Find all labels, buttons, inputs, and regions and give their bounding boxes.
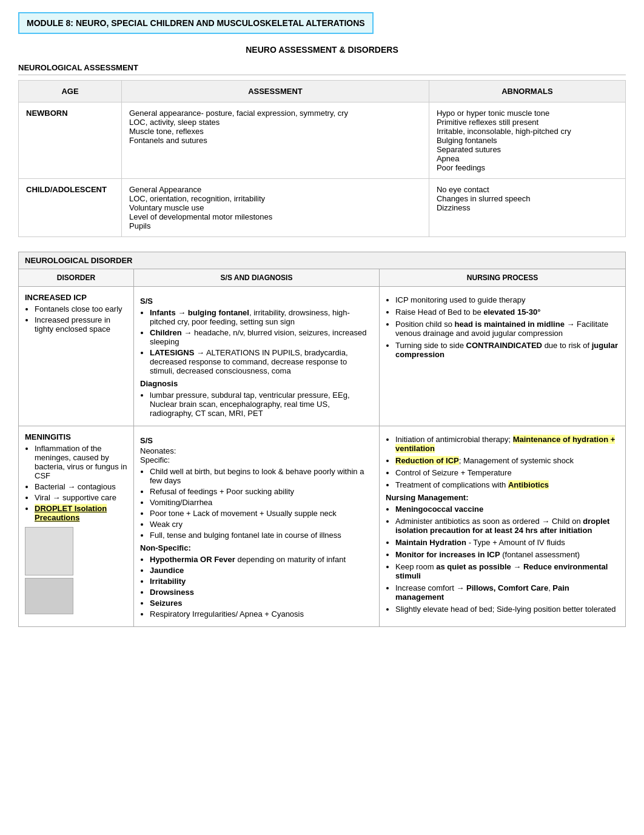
icp-nursing-bullets: ICP monitoring used to guide therapy Rai… <box>395 295 619 359</box>
list-item: Hypothermia OR Fever depending on maturi… <box>150 555 373 564</box>
list-item: Fontanels close too early <box>35 304 127 314</box>
section-title: NEURO ASSESSMENT & DISORDERS <box>18 45 626 55</box>
icp-nursing-cell: ICP monitoring used to guide therapy Rai… <box>380 287 625 426</box>
disorder-row-icp: INCREASED ICP Fontanels close too early … <box>19 287 625 426</box>
list-item: ICP monitoring used to guide therapy <box>395 295 619 304</box>
age-child: CHILD/ADOLESCENT <box>19 179 122 237</box>
list-item: lumbar pressure, subdural tap, ventricul… <box>150 391 373 418</box>
col-abnormals: ABNORMALS <box>429 81 625 102</box>
icp-ss-label: S/S <box>140 297 373 306</box>
module-title: MODULE 8: NEURO, SPECIAL CHILDREN AND MU… <box>18 12 374 34</box>
list-item: Children → headache, n/v, blurred vision… <box>150 328 373 346</box>
list-item: Drowsiness <box>150 588 373 597</box>
neuro-assessment-title: NEUROLOGICAL ASSESSMENT <box>18 63 626 75</box>
icp-left-bullets: Fontanels close too early Increased pres… <box>35 304 127 334</box>
age-newborn: NEWBORN <box>19 102 122 179</box>
list-item: LATESIGNS → ALTERATIONS IN PUPILS, brady… <box>150 348 373 375</box>
list-item: Refusal of feedings + Poor sucking abili… <box>150 487 373 496</box>
list-item: Full, tense and bulging fontanel late in… <box>150 531 373 540</box>
abnormals-newborn: Hypo or hyper tonic muscle tone Primitiv… <box>429 102 625 179</box>
list-item: Child well at birth, but begins to look … <box>150 467 373 485</box>
list-item: Viral → supportive care <box>35 493 127 502</box>
meningitis-nonspecific-bullets: Hypothermia OR Fever depending on maturi… <box>150 555 373 619</box>
col-age: AGE <box>19 81 122 102</box>
icp-ss-bullets: Infants → bulging fontanel, irritability… <box>150 308 373 375</box>
table-row: CHILD/ADOLESCENT General Appearance LOC,… <box>19 179 626 237</box>
list-item: Poor tone + Lack of movement + Usually s… <box>150 509 373 518</box>
meningitis-ss-label: S/S <box>140 436 373 445</box>
list-item: Respiratory Irregularities/ Apnea + Cyan… <box>150 609 373 619</box>
list-item: Infants → bulging fontanel, irritability… <box>150 308 373 326</box>
col-assessment: ASSESSMENT <box>122 81 429 102</box>
icp-diagnosis-label: Diagnosis <box>140 379 373 388</box>
icp-name: INCREASED ICP <box>25 293 127 302</box>
module-title-container: MODULE 8: NEURO, SPECIAL CHILDREN AND MU… <box>18 12 626 45</box>
nursing-mgmt-label: Nursing Management: <box>386 493 619 502</box>
disorder-row-meningitis: MENINGITIS Inflammation of the meninges,… <box>19 426 625 626</box>
list-item: Treatment of complications with Antibiot… <box>395 480 619 489</box>
assessment-newborn: General appearance- posture, facial expr… <box>122 102 429 179</box>
list-item: Increased pressure in tighty enclosed sp… <box>35 315 127 334</box>
list-item: Control of Seizure + Temperature <box>395 468 619 477</box>
list-item: Irritability <box>150 577 373 586</box>
list-item: Administer antibiotics as soon as ordere… <box>395 517 619 535</box>
col-disorder: DISORDER <box>19 269 134 286</box>
list-item: Slightly elevate head of bed; Side-lying… <box>395 605 619 614</box>
list-item: Raise Head of Bed to be elevated 15-30° <box>395 307 619 317</box>
meningitis-nursing-cell: Initiation of antimicrobial therapy; Mai… <box>380 426 625 626</box>
list-item: Inflammation of the meninges, caused by … <box>35 444 127 480</box>
list-item: Maintain Hydration - Type + Amount of IV… <box>395 538 619 547</box>
list-item: Reduction of ICP; Management of systemic… <box>395 456 619 465</box>
list-item: Meningococcal vaccine <box>395 505 619 514</box>
list-item: Seizures <box>150 599 373 608</box>
meningitis-image-placeholder2 <box>25 578 73 614</box>
meningitis-mgmt-bullets: Meningococcal vaccine Administer antibio… <box>395 505 619 614</box>
meningitis-nursing-top-bullets: Initiation of antimicrobial therapy; Mai… <box>395 435 619 489</box>
meningitis-image-placeholder <box>25 527 73 575</box>
list-item: Monitor for increases in ICP (fontanel a… <box>395 550 619 559</box>
list-item: Vomiting/Diarrhea <box>150 498 373 507</box>
assessment-table: AGE ASSESSMENT ABNORMALS NEWBORN General… <box>18 80 626 237</box>
abnormals-child: No eye contact Changes in slurred speech… <box>429 179 625 237</box>
list-item: Bacterial → contagious <box>35 482 127 491</box>
non-specific-label: Non-Specific: <box>140 543 373 552</box>
table-row: NEWBORN General appearance- posture, fac… <box>19 102 626 179</box>
list-item: DROPLET Isolation Precautions <box>35 504 127 522</box>
col-nursing: NURSING PROCESS <box>380 269 625 286</box>
icp-diagnosis-bullets: lumbar pressure, subdural tap, ventricul… <box>150 391 373 418</box>
list-item: Turning side to side CONTRAINDICATED due… <box>395 341 619 359</box>
list-item: Initiation of antimicrobial therapy; Mai… <box>395 435 619 453</box>
assessment-child: General Appearance LOC, orientation, rec… <box>122 179 429 237</box>
meningitis-name: MENINGITIS <box>25 432 127 441</box>
meningitis-ss-cell: S/S Neonates: Specific: Child well at bi… <box>134 426 380 626</box>
specific-label: Specific: <box>140 455 373 464</box>
list-item: Position child so head is maintained in … <box>395 320 619 338</box>
list-item: Increase comfort → Pillows, Comfort Care… <box>395 583 619 602</box>
meningitis-neonates-bullets: Child well at birth, but begins to look … <box>150 467 373 540</box>
list-item: Jaundice <box>150 566 373 575</box>
neonates-label: Neonates: <box>140 446 373 455</box>
disorder-section: NEUROLOGICAL DISORDER DISORDER S/S AND D… <box>18 252 626 627</box>
disorder-grid-headers: DISORDER S/S AND DIAGNOSIS NURSING PROCE… <box>19 269 625 287</box>
icp-ss-cell: S/S Infants → bulging fontanel, irritabi… <box>134 287 380 426</box>
list-item: Weak cry <box>150 520 373 529</box>
col-ss: S/S AND DIAGNOSIS <box>134 269 380 286</box>
list-item: Keep room as quiet as possible → Reduce … <box>395 562 619 580</box>
icp-disorder-cell: INCREASED ICP Fontanels close too early … <box>19 287 134 426</box>
meningitis-left-bullets: Inflammation of the meninges, caused by … <box>35 444 127 522</box>
disorder-section-header: NEUROLOGICAL DISORDER <box>19 252 625 269</box>
meningitis-disorder-cell: MENINGITIS Inflammation of the meninges,… <box>19 426 134 626</box>
